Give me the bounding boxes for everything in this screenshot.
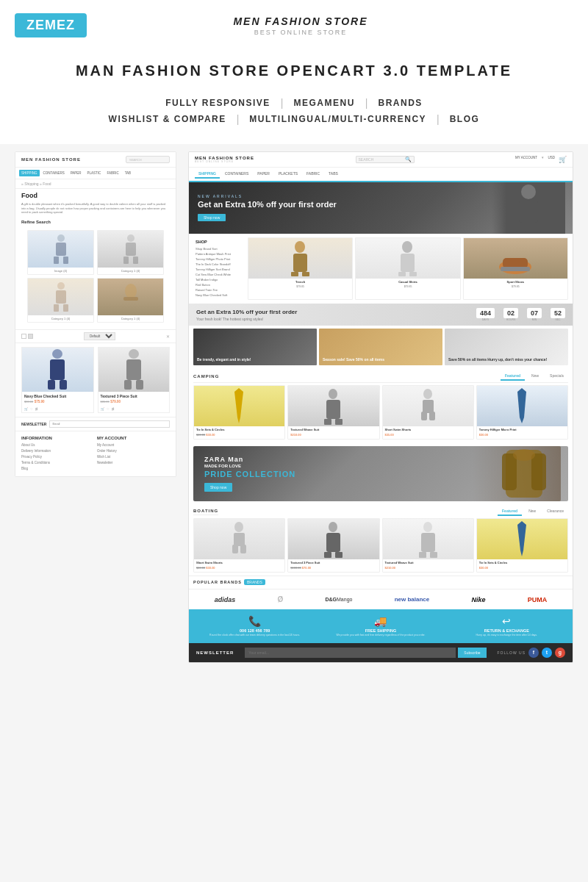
rp-nav-paper[interactable]: PAPER [254,170,273,179]
rp-nav-containers[interactable]: CONTAINERS [221,170,252,179]
rp-cat-5[interactable]: Cut Sew Blue Check White [196,272,243,277]
cat-nav-fabric[interactable]: FABRIC [104,170,121,176]
rp-boating-tab-featured[interactable]: Featured [498,507,522,516]
wishlist-icon-2[interactable]: ♡ [107,407,110,411]
rp-boating-tab-clearance[interactable]: Clearance [542,507,568,516]
rp-nav-fabric[interactable]: FABRIC [303,170,323,179]
pride-btn[interactable]: Shop now [204,483,232,492]
rp-banner-1[interactable]: Be trendy, elegant and in style! [193,329,317,365]
rp-hero-btn[interactable]: Shop now [198,214,226,221]
rp-camping-tab-featured[interactable]: Featured [501,372,525,381]
svg-rect-16 [48,380,55,390]
cat-nav-containers[interactable]: CONTAINERS [41,170,67,176]
svg-point-55 [329,522,337,532]
rp-camping-product-img-3 [477,386,567,426]
zemez-logo[interactable]: ZEMEZ [15,13,87,37]
badge-wishlist: WISHLIST & COMPARE [98,114,237,124]
left-search-bar[interactable]: SEARCH [126,156,170,163]
rp-nav-plackets[interactable]: PLACKETS [275,170,301,179]
cat-nav-paper[interactable]: PAPER [68,170,84,176]
footer-link-terms[interactable]: Terms & Conditions [21,460,94,466]
svg-rect-28 [291,272,298,276]
rp-boating-product-price-3: $30.00 [477,566,567,572]
rp-newsletter-submit[interactable]: Subscribe [458,648,486,658]
rp-banner-2[interactable]: Season sale! Save 50% on all items [319,329,442,365]
rp-cat-6[interactable]: Tall Maker Indigo [196,277,243,282]
sort-grid-icon[interactable] [21,334,26,339]
svg-rect-41 [335,419,343,425]
brand-sep: Ø [277,595,283,603]
countdown-days-label: DAYS [482,318,489,321]
footer-link-privacy[interactable]: Privacy Policy [21,454,94,460]
rp-cat-0[interactable]: Shop Brand Sort [196,246,243,251]
rp-cat-9[interactable]: Navy Blue Checked Soft [196,293,243,298]
rp-nav-tabs[interactable]: TABS [325,170,342,179]
rp-camping-product-name-2: Short Swim Shorts [383,426,473,433]
rp-info-phone-title: 006 128 456 789 [193,628,316,633]
wishlist-icon-1[interactable]: ♡ [30,407,33,411]
rp-nav-shipping[interactable]: SHIPPING [195,170,220,179]
phone-icon: 📞 [193,615,316,627]
footer-link-wishlist[interactable]: Wish List [97,454,170,460]
svg-rect-23 [519,201,538,223]
rp-account-links: MY ACCOUNT ▼ USD 🛒 [515,156,567,163]
left-newsletter-input[interactable] [49,420,170,428]
rp-camping-product-img-0 [194,386,284,426]
add-to-cart-icon-2[interactable]: 🛒 [101,407,104,411]
rp-camping-tab-new[interactable]: New [527,372,543,381]
rp-cat-3[interactable]: The In Dark Color Standoff [196,262,243,267]
rp-sign[interactable]: ▼ [541,156,544,163]
rp-info-phone: 📞 006 128 456 789 Round the clock offer … [193,615,316,637]
rp-boating-tab-new[interactable]: New [524,507,540,516]
add-to-cart-icon-1[interactable]: 🛒 [24,407,28,411]
compare-icon-1[interactable]: ⇄ [35,407,37,411]
svg-rect-11 [63,304,68,312]
rp-cat-1[interactable]: Pattern Antique Wash Print [196,251,243,257]
footer-link-newsletter[interactable]: Newsletter [97,460,170,466]
rp-my-account[interactable]: MY ACCOUNT [515,156,537,163]
rp-countdown-banner: Get an Extra 10% off your first order Yo… [189,304,573,326]
rp-cat-7[interactable]: Red Button [196,282,243,287]
footer-link-myaccount[interactable]: My Account [97,442,170,448]
svg-rect-56 [326,533,340,552]
rp-product-shoes-price: $79.85 [464,285,567,290]
rp-newsletter-input[interactable] [245,648,456,658]
svg-rect-39 [326,400,340,419]
cat-nav-plastic[interactable]: PLASTIC [85,170,104,176]
rp-sidebar-cats: SHOP Shop Brand Sort Pattern Antique Was… [193,237,245,300]
rp-info-return-title: RETURN & EXCHANGE [445,628,568,633]
rp-cat-2[interactable]: Tommy Hilfiger Photo Print [196,257,243,262]
sort-close-icon[interactable]: ✕ [166,334,170,339]
rp-bottom-newsletter: NEWSLETTER Subscribe FOLLOW US f t g [189,643,573,662]
twitter-icon[interactable]: t [542,648,552,658]
rp-search[interactable]: SEARCH 🔍 [356,156,415,163]
svg-rect-31 [401,254,415,272]
footer-link-about[interactable]: About Us [21,442,94,448]
facebook-icon[interactable]: f [528,648,539,658]
googleplus-icon[interactable]: g [555,648,565,658]
rp-boating-product-1: Textured 3 Piece Suit $100.00 $70.00 [287,518,379,573]
cat-nav-tab[interactable]: TAB [123,170,133,176]
rp-cat-4[interactable]: Tommy Hilfiger Sort Brand [196,267,243,272]
cat-nav-shipping[interactable]: SHIPPING [19,170,40,176]
rp-banner-3[interactable]: Save 50% on all items Hurry up, don't mi… [445,329,568,365]
rp-cart[interactable]: 🛒 [559,156,567,163]
svg-rect-52 [234,533,245,546]
svg-rect-10 [54,304,59,312]
rp-cat-8[interactable]: Raised Train Tee [196,287,243,293]
filter-product-3: Category 1 (4) [27,278,94,323]
rp-product-shoes-label: Sport Shoes [464,279,567,285]
sort-list-icon[interactable] [28,334,33,339]
rp-info-phone-desc: Round the clock offer chat with our team… [193,634,316,637]
svg-rect-2 [54,257,59,264]
svg-point-42 [423,389,432,399]
svg-point-51 [234,522,243,532]
rp-camping-tab-specials[interactable]: Specials [545,372,568,381]
footer-link-blog[interactable]: Blog [21,466,94,472]
footer-info-title: INFORMATION [21,436,94,440]
footer-link-delivery[interactable]: Delivery Information [21,448,94,454]
rp-usd[interactable]: USD [548,156,555,163]
sort-dropdown[interactable]: Default [84,332,115,340]
compare-icon-2[interactable]: ⇄ [112,407,114,411]
footer-link-orders[interactable]: Order History [97,448,170,454]
